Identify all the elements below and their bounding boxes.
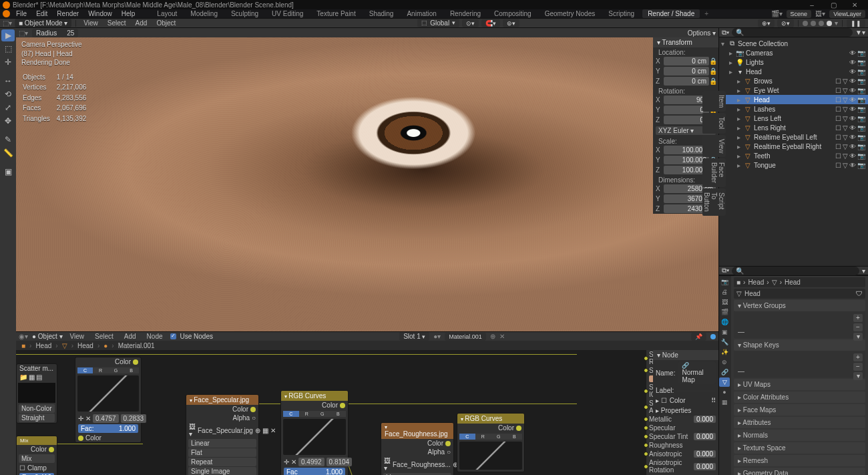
panel-header[interactable]: ▸ Geometry Data [734, 468, 865, 475]
outliner-tree[interactable]: ▾⧉Scene Collection ▸📷Cameras👁📷▸💡Lights👁📷… [719, 37, 868, 266]
node-editor[interactable]: Color CRGB ✛✕0.47570.2833 Fac:1.000 Colo… [16, 350, 718, 475]
shield-icon[interactable]: 🛡 [856, 290, 863, 297]
panel-header[interactable]: ▾ Shape Keys [734, 339, 865, 351]
outliner-filter[interactable]: ▼▾ [855, 29, 865, 36]
workspace-tab[interactable]: Texture Paint [311, 9, 361, 18]
ptab-world[interactable]: 🌐 [719, 317, 730, 327]
outliner-item[interactable]: ▸📷Cameras👁📷 [719, 48, 868, 57]
shading-rendered[interactable] [827, 21, 832, 26]
ptab-constraints[interactable]: 🔗 [719, 367, 730, 377]
add-workspace-button[interactable]: + [702, 10, 710, 17]
outliner-item[interactable]: ▸▽Teeth☐▽👁📷 [719, 151, 868, 160]
workspace-tab[interactable]: Sculpting [226, 9, 264, 18]
props-search[interactable]: 🔍 [732, 267, 859, 275]
vp-menu-object[interactable]: Object [153, 19, 179, 27]
cursor-3d-tool[interactable]: ✛ [1, 56, 15, 68]
node-face-roughness[interactable]: ▾ Face_Roughness.jpg Color Alpha ○ 🖼▾Fac… [381, 422, 454, 475]
minimize-button[interactable]: – [801, 1, 823, 9]
node-type[interactable]: ● Object ▾ [32, 333, 63, 340]
menu-btn[interactable]: ▾ [853, 333, 863, 341]
app-logo-icon[interactable] [3, 10, 10, 17]
n-panel-tab[interactable]: Face Builder [702, 158, 726, 187]
close-button[interactable]: ✕ [844, 1, 865, 9]
measure-tool[interactable]: 📏 [1, 147, 15, 159]
annotate-tool[interactable]: ✎ [1, 134, 15, 146]
panel-header[interactable]: ▸ Remesh [734, 455, 865, 466]
scene-field[interactable]: Scene [787, 10, 812, 18]
ptab-modifiers[interactable]: 🔧 [719, 337, 730, 347]
workspace-tab[interactable]: Compositing [489, 9, 537, 18]
vp-menu-add[interactable]: Add [132, 19, 151, 27]
outliner-item[interactable]: ▸▽Lens Right☐▽👁📷 [719, 123, 868, 132]
transform-value[interactable]: 0 cm [664, 77, 709, 86]
menu-window[interactable]: Window [85, 10, 116, 17]
ptab-mesh[interactable]: ▽ [719, 377, 730, 387]
outliner-search[interactable]: 🔍 [732, 28, 853, 37]
outliner-item[interactable]: ▸▽Eye Wet☐▽👁📷 [719, 86, 868, 95]
node-menu-node[interactable]: Node [144, 333, 166, 340]
node-label-field[interactable] [676, 390, 716, 391]
n-panel-tab[interactable]: View [702, 135, 726, 158]
ptab-object[interactable]: ▣ [719, 327, 730, 337]
transform-value[interactable]: 0 cm [664, 57, 709, 65]
vp-menu-view[interactable]: View [80, 19, 101, 27]
vp-menu-select[interactable]: Select [104, 19, 130, 27]
add-tool[interactable]: ▣ [1, 166, 15, 178]
workspace-tab[interactable]: Geometry Nodes [539, 9, 601, 18]
move-tool[interactable]: ↔ [1, 75, 15, 87]
props-options[interactable]: ▾ [862, 267, 865, 275]
orientation-selector[interactable]: ⬚ Global ▾ [417, 19, 459, 27]
shading-solid[interactable] [811, 21, 816, 26]
menu-render[interactable]: Render [53, 10, 82, 17]
n-panel-tab[interactable]: Tool [702, 113, 726, 133]
node-menu-view[interactable]: View [67, 333, 88, 340]
outliner-type[interactable]: ⧉▾ [722, 29, 729, 37]
n-panel-tab[interactable]: Script To Button [702, 188, 726, 216]
rotate-tool[interactable]: ⟲ [1, 88, 15, 100]
ptab-physics[interactable]: ⊚ [719, 357, 730, 367]
ptab-texture[interactable]: ▦ [719, 398, 730, 407]
shading-matprev[interactable] [819, 21, 824, 26]
add-btn[interactable]: + [853, 314, 863, 322]
node-menu-select[interactable]: Select [91, 333, 117, 340]
outliner-item[interactable]: ▸💡Lights👁📷 [719, 57, 868, 67]
slot-selector[interactable]: Slot 1 ▾ [399, 332, 429, 341]
mode-selector[interactable]: ■ Object Mode ▾ [15, 19, 71, 27]
node-curves-small[interactable]: Color CRGB ✛✕0.47570.2833 Fac:1.000 Colo… [75, 357, 142, 443]
outliner-item[interactable]: ▸▽Tongue☐▽👁📷 [719, 160, 868, 170]
outliner-item[interactable]: ▸▽Realtime Eyeball Right☐▽👁📷 [719, 142, 868, 151]
cursor-tool[interactable]: ▶ [1, 29, 15, 41]
bsdf-value[interactable]: 0.000 [694, 416, 716, 423]
panel-header[interactable]: ▸ Attributes [734, 417, 865, 428]
node-mix[interactable]: Mix Color Mix ☐Clamp Fac0.410 Color [16, 436, 57, 475]
ptab-output[interactable]: 🖨 [719, 287, 730, 297]
ptab-material[interactable]: ● [719, 387, 730, 397]
transform-value[interactable]: 0 cm [664, 67, 709, 75]
bsdf-value[interactable]: 0.000 [694, 450, 716, 458]
menu-file[interactable]: File [13, 10, 30, 17]
props-breadcrumb-icon[interactable]: ⧉▾ [722, 267, 729, 275]
overlay-toggle[interactable]: ⊘▾ [777, 19, 794, 27]
outliner-item[interactable]: ▸▾Head👁📷 [719, 67, 868, 76]
ptab-scene[interactable]: 🎬 [719, 307, 730, 317]
ptab-particles[interactable]: ✨ [719, 347, 730, 357]
select-box-tool[interactable]: ⬚ [1, 43, 15, 55]
node-rgb-curves-1[interactable]: ▾ RGB Curves Color CRGB ✛✕0.49920.8104 F… [280, 390, 349, 475]
bsdf-value[interactable]: 0.000 [694, 463, 716, 470]
menu-edit[interactable]: Edit [33, 10, 51, 17]
ptab-viewlayer[interactable]: 🖼 [719, 297, 730, 307]
node-face-specular[interactable]: ▾ Face_Specular.jpg Color Alpha ○ 🖼▾Face… [186, 394, 259, 475]
panel-header[interactable]: ▾ Vertex Groups [734, 300, 865, 311]
n-panel-tab[interactable]: Item [702, 91, 726, 112]
node-rgb-curves-2[interactable]: ▾ RGB Curves Color CRGB [457, 413, 525, 472]
maximize-button[interactable]: ▢ [823, 1, 844, 9]
workspace-tab[interactable]: UV Editing [266, 9, 308, 18]
mesh-name-field[interactable]: ▽ Head🛡 [734, 289, 865, 299]
backdrop-toggle[interactable] [710, 334, 716, 339]
workspace-tab[interactable]: Animation [401, 9, 441, 18]
panel-header[interactable]: ▸ Texture Space [734, 442, 865, 454]
node-name-field[interactable]: 🔗 Normal Map [678, 361, 716, 384]
node-scatter[interactable]: Scatter m... 📁▦▤ Non-Color Straight [16, 363, 57, 424]
shading-wireframe[interactable] [803, 21, 808, 26]
pivot-selector[interactable]: ⊙▾ [462, 19, 479, 27]
